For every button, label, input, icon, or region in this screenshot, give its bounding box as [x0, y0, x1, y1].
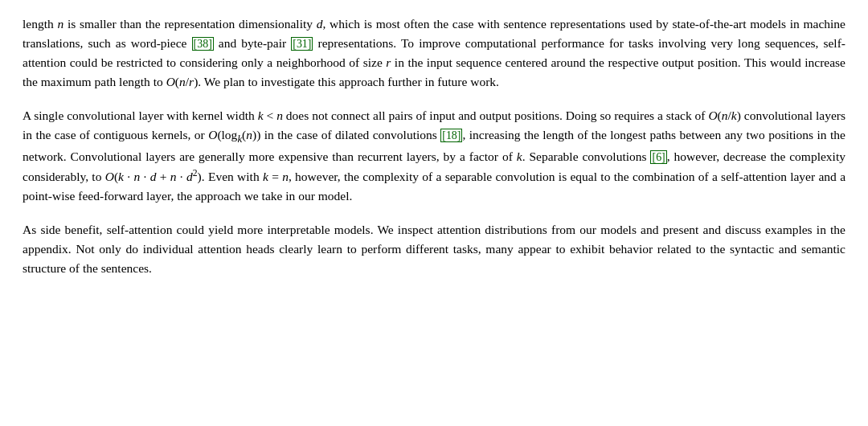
paragraph-2: A single convolutional layer with kernel… — [23, 106, 845, 206]
paragraph-3: As side benefit, self-attention could yi… — [23, 220, 845, 278]
paragraph-1: length n is smaller than the representat… — [23, 14, 845, 92]
main-content: length n is smaller than the representat… — [23, 14, 845, 278]
